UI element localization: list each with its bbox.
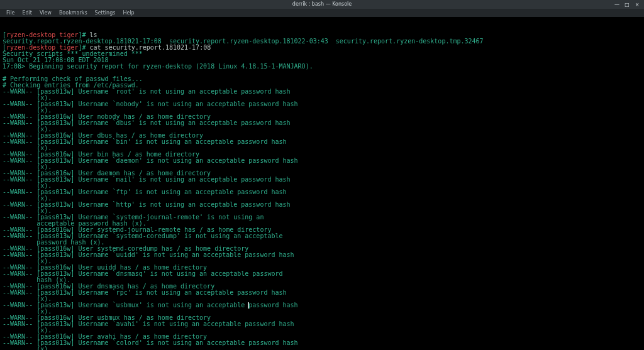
terminal-line: 17:08> Beginning security report for ryz…: [3, 63, 641, 70]
terminal-line: (x).: [3, 346, 641, 350]
menu-help[interactable]: Help: [119, 10, 138, 16]
terminal-line: --WARN-- [pass013w] Username `rpc' is no…: [3, 290, 641, 296]
terminal-line: --WARN-- [pass013w] Username `dnsmasq' i…: [3, 271, 641, 277]
terminal-line: --WARN-- [pass013w] Username `root' is n…: [3, 89, 641, 95]
terminal-line: --WARN-- [pass013w] Username `dbus' is n…: [3, 120, 641, 126]
terminal-line: --WARN-- [pass013w] Username `daemon' is…: [3, 158, 641, 164]
terminal-line: --WARN-- [pass013w] Username `avahi' is …: [3, 321, 641, 327]
menu-view[interactable]: View: [36, 10, 55, 16]
terminal-output[interactable]: [ryzen-desktop tiger]# lssecurity.report…: [0, 17, 644, 350]
window-title: derrik : bash — Konsole: [292, 1, 352, 7]
menu-file[interactable]: File: [3, 10, 18, 16]
menu-settings[interactable]: Settings: [91, 10, 119, 16]
terminal-line: --WARN-- [pass013w] Username `uuidd' is …: [3, 252, 641, 258]
terminal-line: --WARN-- [pass013w] Username `nobody' is…: [3, 101, 641, 107]
title-bar: derrik : bash — Konsole — □ ×: [0, 0, 644, 9]
terminal-line: --WARN-- [pass013w] Username `ftp' is no…: [3, 189, 641, 195]
menu-bar: File Edit View Bookmarks Settings Help: [0, 9, 644, 18]
terminal-line: --WARN-- [pass013w] Username `http' is n…: [3, 202, 641, 208]
menu-edit[interactable]: Edit: [18, 10, 36, 16]
minimize-button[interactable]: —: [614, 1, 620, 8]
menu-bookmarks[interactable]: Bookmarks: [55, 10, 91, 16]
close-button[interactable]: ×: [634, 1, 640, 8]
terminal-line: --WARN-- [pass013w] Username `usbmux' is…: [3, 302, 641, 309]
maximize-button[interactable]: □: [624, 1, 630, 8]
terminal-line: --WARN-- [pass013w] Username `bin' is no…: [3, 139, 641, 145]
text-cursor: [248, 302, 249, 309]
terminal-line: --WARN-- [pass013w] Username `mail' is n…: [3, 177, 641, 183]
terminal-line: --WARN-- [pass013w] Username `colord' is…: [3, 340, 641, 346]
window-controls: — □ ×: [614, 0, 643, 9]
